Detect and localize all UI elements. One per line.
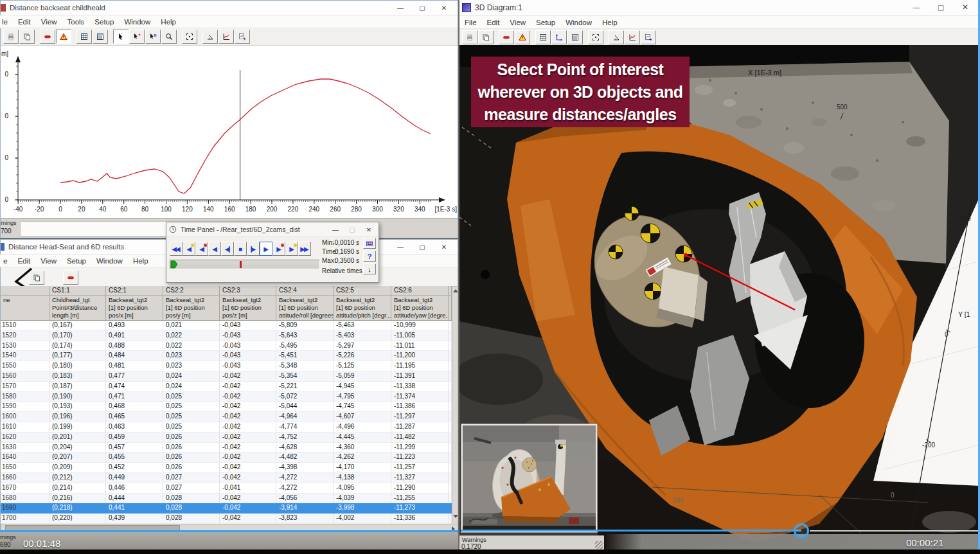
menu-item-le[interactable]: le	[0, 18, 13, 26]
table-row-1560[interactable]: 1560(0,183)0,4770,024-0,042-5,354-5,059-…	[1, 371, 458, 382]
menu-item-edit[interactable]: Edit	[13, 18, 36, 26]
red-dash-button[interactable]	[499, 30, 514, 44]
table-row-1540[interactable]: 1540(0,177)0,4840,023-0,043-5,451-5,226-…	[1, 351, 458, 361]
menu-item-file[interactable]: File	[459, 19, 482, 26]
table-row-1620[interactable]: 1620(0,201)0,4590,026-0,042-4,752-4,445-…	[1, 433, 458, 443]
video-progress-played[interactable]	[461, 530, 801, 532]
menu-item-view[interactable]: View	[36, 18, 62, 26]
cursor-add-button[interactable]	[129, 30, 145, 44]
play-to-keyframe-button[interactable]: ▶	[285, 242, 298, 256]
time-slider[interactable]	[170, 260, 320, 269]
menu-item-help[interactable]: Help	[597, 19, 623, 26]
menu-item-tools[interactable]: Tools	[62, 18, 90, 26]
chart-window-titlebar[interactable]: Distance backseat childheald — ▢ ✕	[1, 1, 458, 15]
minimize-button[interactable]: —	[327, 222, 344, 237]
menu-item-window[interactable]: Window	[119, 18, 156, 26]
resize-grip[interactable]	[595, 541, 603, 549]
video-progress-handle[interactable]	[794, 523, 809, 539]
column-header-CS2:5[interactable]: CS2:5	[334, 286, 391, 296]
play-back-to-keyframe-button[interactable]: ◀	[183, 242, 195, 256]
step-backward-button[interactable]: ◀|	[221, 242, 234, 256]
table-row-1600[interactable]: 1600(0,196)0,4650,025-0,042-4,964-4,607-…	[1, 412, 458, 422]
table-row-1700[interactable]: 1700(0,220)0,4390,028-0,042-3,823-4,002-…	[1, 514, 458, 524]
slider-start-marker[interactable]	[170, 260, 178, 269]
table-row-1680[interactable]: 1680(0,216)0,4440,028-0,042-4,056-4,039-…	[1, 494, 458, 504]
export-button[interactable]	[641, 30, 656, 44]
vertical-scrollbar[interactable]	[452, 286, 458, 534]
grid-button[interactable]	[535, 30, 551, 44]
table-row-1640[interactable]: 1640(0,207)0,4550,026-0,042-4,482-4,262-…	[1, 452, 458, 463]
menu-item-setup[interactable]: Setup	[89, 18, 119, 26]
table-row-1520[interactable]: 1520(0,170)0,4910,022-0,043-5,643-5,403-…	[1, 331, 458, 341]
table-row-1670[interactable]: 1670(0,214)0,4460,027-0,041-4,272-4,095-…	[1, 483, 458, 494]
scroll-up-icon[interactable]	[453, 289, 458, 292]
distance-chart[interactable]: -40-200204060801001201401601802002202402…	[1, 46, 458, 218]
play-to-mark-button[interactable]: ▶	[272, 242, 285, 256]
fit-button[interactable]	[588, 30, 603, 44]
camera-view-inset[interactable]	[461, 424, 598, 533]
close-button[interactable]: ✕	[361, 222, 377, 237]
point-of-interest-dot[interactable]	[481, 270, 490, 279]
minimize-button[interactable]: —	[389, 1, 411, 15]
results-table[interactable]: CS1:1CS2:1CS2:2CS2:3CS2:4CS2:5CS2:6(neCh…	[1, 286, 458, 534]
warning-button[interactable]	[515, 30, 530, 44]
menu-item-view[interactable]: View	[504, 19, 531, 26]
table-row-1650[interactable]: 1650(0,209)0,4520,026-0,042-4,398-4,170-…	[1, 463, 458, 473]
zoom-button[interactable]	[161, 30, 177, 44]
close-button[interactable]: ✕	[953, 0, 977, 14]
copy-button[interactable]	[478, 30, 494, 44]
diagram-titlebar[interactable]: 3D Diagram:1 — ▢ ✕	[459, 0, 980, 16]
cursor-n-button[interactable]: N	[145, 30, 161, 44]
cursor-button[interactable]	[113, 30, 129, 44]
slider-time-cursor[interactable]	[240, 261, 242, 268]
menu-item-help[interactable]: Help	[156, 18, 181, 26]
menu-item-window[interactable]: Window	[560, 19, 597, 26]
axes-button[interactable]	[551, 30, 567, 44]
table-row-1590[interactable]: 1590(0,193)0,4680,025-0,042-5,044-4,745-…	[1, 402, 458, 412]
table-row-1570[interactable]: 1570(0,187)0,4740,024-0,042-5,221-4,945-…	[1, 382, 458, 392]
measure-button[interactable]	[202, 30, 218, 44]
step-forward-button[interactable]: |▶	[247, 242, 260, 256]
close-button[interactable]: ✕	[433, 1, 455, 15]
table-row-1690[interactable]: 1690(0,218)0,4410,028-0,042-3,914-3,998-…	[1, 503, 458, 514]
play-back-to-mark-button[interactable]: ◀	[195, 242, 208, 256]
copy-button[interactable]	[29, 271, 44, 285]
minimize-button[interactable]: —	[904, 0, 929, 14]
grid-button[interactable]	[76, 30, 92, 44]
menu-item-e[interactable]: e	[0, 257, 12, 265]
table-row-1530[interactable]: 1530(0,174)0,4880,022-0,043-5,495-5,297-…	[1, 341, 458, 352]
jump-to-end-button[interactable]: ▶▶	[298, 242, 311, 256]
column-header-CS1:1[interactable]: CS1:1	[49, 286, 106, 296]
print-button[interactable]	[462, 30, 477, 44]
delete-curve-button[interactable]	[63, 271, 78, 285]
measure-button[interactable]	[609, 30, 624, 44]
column-header-CS2:2[interactable]: CS2:2	[163, 286, 220, 296]
close-button[interactable]: ✕	[433, 240, 455, 254]
column-header-CS2:4[interactable]: CS2:4	[276, 286, 334, 296]
chart-button[interactable]	[625, 30, 640, 44]
copy-button[interactable]	[19, 30, 35, 44]
menu-item-help[interactable]: Help	[128, 257, 154, 265]
video-progress-remaining[interactable]	[810, 530, 979, 532]
play-backward-button[interactable]: ◀	[208, 242, 221, 256]
column-header-CS2:6[interactable]: CS2:6	[391, 286, 449, 296]
time-panel-titlebar[interactable]: Time Panel - /Rear_test/6D_2cams_dist — …	[166, 222, 379, 237]
list-button[interactable]	[567, 30, 583, 44]
export-button[interactable]	[235, 30, 250, 44]
menu-item-view[interactable]: View	[35, 257, 62, 265]
chart-button[interactable]	[218, 30, 234, 44]
table-row-1550[interactable]: 1550(0,180)0,4810,023-0,043-5,348-5,125-…	[1, 361, 458, 371]
print-button[interactable]	[3, 30, 19, 44]
menu-item-window[interactable]: Window	[91, 257, 128, 265]
fit-button[interactable]	[182, 30, 197, 44]
menu-item-setup[interactable]: Setup	[531, 19, 560, 26]
camera-view-button[interactable]	[363, 238, 376, 249]
warning-button[interactable]	[56, 30, 71, 44]
table-row-1610[interactable]: 1610(0,199)0,4630,025-0,042-4,774-4,496-…	[1, 422, 458, 433]
menu-item-edit[interactable]: Edit	[12, 257, 35, 265]
column-header-CS2:1[interactable]: CS2:1	[106, 286, 163, 296]
table-row-1630[interactable]: 1630(0,204)0,4570,026-0,042-4,628-4,360-…	[1, 443, 458, 453]
play-forward-button[interactable]: ▶	[260, 242, 272, 256]
maximize-button[interactable]: ▢	[929, 0, 953, 14]
table-row-1660[interactable]: 1660(0,212)0,4490,027-0,042-4,272-4,138-…	[1, 473, 458, 483]
